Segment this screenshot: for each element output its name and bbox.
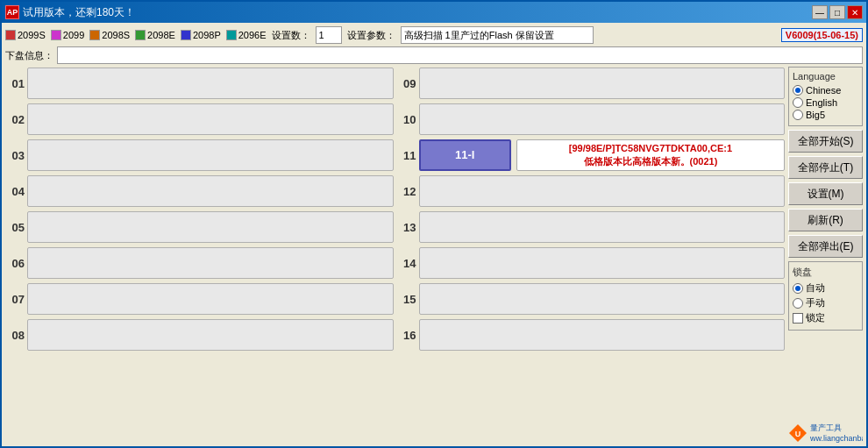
settings-button[interactable]: 设置(M) <box>788 182 863 205</box>
content-area: 2099S 2099 2098S 2098E 2098P 2096E <box>2 23 866 446</box>
radio-chinese-circle <box>793 85 803 96</box>
titlebar: AP 试用版本，还剩180天！ — □ ✕ <box>2 2 866 23</box>
slot-box-10[interactable] <box>419 103 786 135</box>
slot-num-12: 12 <box>397 185 416 198</box>
slot-box-02[interactable] <box>27 103 394 135</box>
slot-row-08: 08 <box>5 318 394 352</box>
radio-chinese[interactable]: Chinese <box>793 85 858 96</box>
legend-color-2099s <box>5 30 16 40</box>
slot-row-15: 15 <box>397 282 786 316</box>
slot-num-02: 02 <box>5 113 25 126</box>
radio-english[interactable]: English <box>793 97 858 108</box>
toolbar: 2099S 2099 2098S 2098E 2098P 2096E <box>5 26 863 44</box>
slot-box-12[interactable] <box>419 175 786 207</box>
slot-box-11[interactable]: 11-I <box>419 139 511 171</box>
window-title: 试用版本，还剩180天！ <box>23 5 812 20</box>
slot-num-15: 15 <box>397 293 416 306</box>
legend-2096e: 2096E <box>226 30 267 40</box>
watermark: U 量产工具ww.liangchanba.com <box>788 423 863 443</box>
slot-box-15[interactable] <box>419 283 786 315</box>
device-count-input[interactable] <box>316 26 342 44</box>
info-input[interactable] <box>57 46 863 64</box>
stop-all-button[interactable]: 全部停止(T) <box>788 156 863 179</box>
eject-all-button[interactable]: 全部弹出(E) <box>788 235 863 258</box>
slot-num-05: 05 <box>5 221 25 234</box>
slot-num-03: 03 <box>5 149 25 162</box>
slot-box-13[interactable] <box>419 211 786 243</box>
maximize-button[interactable]: □ <box>829 5 845 19</box>
slot-row-09: 09 <box>397 67 786 100</box>
slot-box-14[interactable] <box>419 247 786 279</box>
slot-box-01[interactable] <box>27 68 394 99</box>
svg-text:U: U <box>795 430 801 438</box>
legend-color-2098p <box>181 30 191 40</box>
slot-num-09: 09 <box>397 77 416 90</box>
slot-row-10: 10 <box>397 103 786 136</box>
slot-box-16[interactable] <box>419 319 786 351</box>
radio-manual-circle <box>793 298 803 309</box>
radio-auto[interactable]: 自动 <box>793 281 858 295</box>
checkbox-lock-label: 锁定 <box>806 311 825 324</box>
sidebar: Language Chinese English Big5 全部开始(S) <box>788 67 863 443</box>
info-label: 下盘信息： <box>5 49 53 62</box>
slot-num-11-display: 11-I <box>421 141 509 161</box>
legend-2098e: 2098E <box>135 30 175 40</box>
window-controls: — □ ✕ <box>812 5 863 19</box>
slot-num-04: 04 <box>5 185 25 198</box>
slot-box-05[interactable] <box>27 211 394 243</box>
radio-english-label: English <box>806 97 837 108</box>
slot-row-12: 12 <box>397 174 786 208</box>
lock-title: 锁盘 <box>793 266 858 279</box>
slot-num-13: 13 <box>397 221 416 234</box>
language-group: Language Chinese English Big5 <box>788 67 863 126</box>
radio-manual[interactable]: 手动 <box>793 296 858 309</box>
main-window: AP 试用版本，还剩180天！ — □ ✕ 2099S 2099 2098S <box>0 0 868 448</box>
checkbox-lock[interactable]: 锁定 <box>793 311 858 324</box>
info-row: 下盘信息： <box>5 46 863 64</box>
legend-color-2099 <box>51 30 61 40</box>
radio-manual-label: 手动 <box>806 296 825 309</box>
minimize-button[interactable]: — <box>812 5 828 19</box>
param-input[interactable] <box>401 26 594 44</box>
slot-row-06: 06 <box>5 246 394 280</box>
slot-num-07: 07 <box>5 293 25 306</box>
slot-num-10: 10 <box>397 113 416 126</box>
radio-chinese-label: Chinese <box>806 85 841 96</box>
app-icon: AP <box>5 5 19 19</box>
language-title: Language <box>793 71 858 82</box>
slot-message-11: [99/98E/P]TC58NVG7TDKTA00,CE:1低格版本比高格版本新… <box>519 142 782 169</box>
legend-color-2096e <box>226 30 237 40</box>
slot-box-09[interactable] <box>419 68 786 99</box>
slot-row-03: 03 <box>5 139 394 172</box>
radio-english-circle <box>793 97 803 108</box>
legend-2099: 2099 <box>51 30 84 40</box>
slot-box-08[interactable] <box>27 319 394 351</box>
slot-row-11: 11 11-I [99/98E/P]TC58NVG7TDKTA00,CE:1低格… <box>397 139 786 172</box>
radio-auto-label: 自动 <box>806 281 825 295</box>
legend-label-2098s: 2098S <box>102 30 130 40</box>
slot-num-11: 11 <box>397 149 416 162</box>
main-area: 01 02 03 04 05 <box>5 67 863 443</box>
radio-big5[interactable]: Big5 <box>793 110 858 120</box>
slot-box-07[interactable] <box>27 283 394 315</box>
device-count-label: 设置数： <box>272 29 310 42</box>
slot-row-05: 05 <box>5 210 394 244</box>
start-all-button[interactable]: 全部开始(S) <box>788 130 863 153</box>
legend-2098s: 2098S <box>89 30 130 40</box>
radio-big5-label: Big5 <box>806 110 825 120</box>
param-label: 设置参数： <box>347 29 395 42</box>
watermark-text: 量产工具ww.liangchanba.com <box>810 423 863 443</box>
slot-box-06[interactable] <box>27 247 394 279</box>
slots-left: 01 02 03 04 05 <box>5 67 394 443</box>
slot-row-01: 01 <box>5 67 394 100</box>
slot-row-14: 14 <box>397 246 786 280</box>
legend-label-2098e: 2098E <box>147 30 175 40</box>
slot-box-04[interactable] <box>27 175 394 207</box>
legend-label-2098p: 2098P <box>193 30 221 40</box>
version-badge: V6009(15-06-15) <box>781 28 863 42</box>
slot-num-01: 01 <box>5 77 25 90</box>
close-button[interactable]: ✕ <box>847 5 863 19</box>
slot-num-16: 16 <box>397 329 416 342</box>
refresh-button[interactable]: 刷新(R) <box>788 209 863 231</box>
slot-box-03[interactable] <box>27 139 394 171</box>
